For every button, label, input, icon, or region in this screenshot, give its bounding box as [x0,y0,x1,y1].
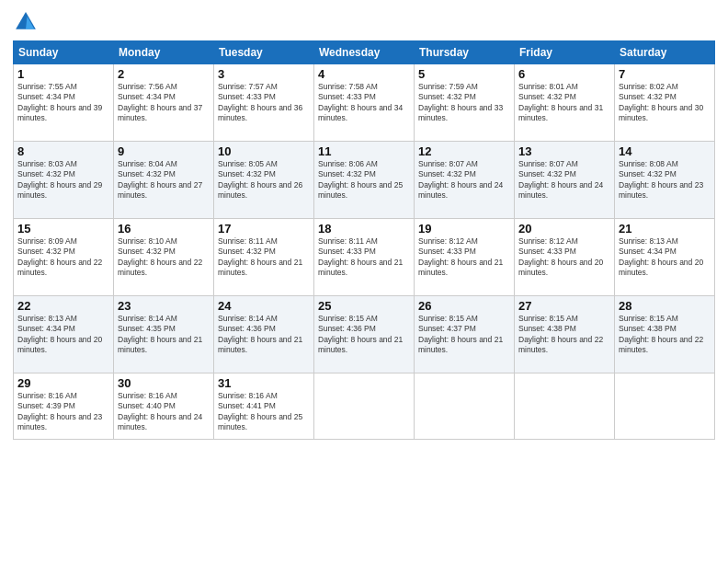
calendar-cell: 17Sunrise: 8:11 AMSunset: 4:32 PMDayligh… [214,219,314,296]
week-row-4: 22Sunrise: 8:13 AMSunset: 4:34 PMDayligh… [14,296,715,373]
day-info: Sunrise: 8:11 AMSunset: 4:33 PMDaylight:… [318,236,410,279]
calendar-cell: 31Sunrise: 8:16 AMSunset: 4:41 PMDayligh… [214,373,314,440]
day-number: 29 [17,376,109,390]
day-number: 8 [17,144,109,158]
day-number: 21 [619,222,711,236]
day-info: Sunrise: 7:59 AMSunset: 4:32 PMDaylight:… [418,82,510,124]
day-number: 31 [218,376,310,390]
calendar-cell: 5Sunrise: 7:59 AMSunset: 4:32 PMDaylight… [415,64,515,142]
day-info: Sunrise: 8:15 AMSunset: 4:38 PMDaylight:… [619,314,711,356]
day-number: 11 [318,144,410,158]
calendar-cell: 2Sunrise: 7:56 AMSunset: 4:34 PMDaylight… [114,64,214,142]
weekday-header-row: SundayMondayTuesdayWednesdayThursdayFrid… [14,41,715,64]
week-row-3: 15Sunrise: 8:09 AMSunset: 4:32 PMDayligh… [14,219,715,296]
day-number: 10 [218,144,310,158]
calendar-cell: 8Sunrise: 8:03 AMSunset: 4:32 PMDaylight… [14,142,114,219]
calendar-cell: 25Sunrise: 8:15 AMSunset: 4:36 PMDayligh… [314,296,415,373]
calendar-cell: 10Sunrise: 8:05 AMSunset: 4:32 PMDayligh… [214,142,314,219]
day-info: Sunrise: 8:12 AMSunset: 4:33 PMDaylight:… [418,236,510,279]
logo [13,9,42,35]
calendar-cell: 7Sunrise: 8:02 AMSunset: 4:32 PMDaylight… [615,64,715,142]
day-info: Sunrise: 8:10 AMSunset: 4:32 PMDaylight:… [118,236,210,279]
calendar-cell [615,373,715,440]
day-number: 22 [17,299,109,313]
calendar-cell: 4Sunrise: 7:58 AMSunset: 4:33 PMDaylight… [314,64,415,142]
weekday-header-saturday: Saturday [615,41,715,64]
day-info: Sunrise: 8:06 AMSunset: 4:32 PMDaylight:… [318,159,410,201]
day-number: 12 [418,144,510,158]
day-info: Sunrise: 8:01 AMSunset: 4:32 PMDaylight:… [518,82,610,124]
day-number: 14 [619,144,711,158]
day-info: Sunrise: 8:16 AMSunset: 4:39 PMDaylight:… [17,391,109,433]
day-info: Sunrise: 7:55 AMSunset: 4:34 PMDaylight:… [17,82,109,124]
day-number: 28 [619,299,711,313]
calendar-cell: 15Sunrise: 8:09 AMSunset: 4:32 PMDayligh… [14,219,114,296]
day-info: Sunrise: 7:57 AMSunset: 4:33 PMDaylight:… [218,82,310,124]
calendar-cell [415,373,515,440]
calendar-cell: 27Sunrise: 8:15 AMSunset: 4:38 PMDayligh… [515,296,615,373]
calendar-cell: 18Sunrise: 8:11 AMSunset: 4:33 PMDayligh… [314,219,415,296]
day-number: 3 [218,67,310,81]
day-info: Sunrise: 8:13 AMSunset: 4:34 PMDaylight:… [619,236,711,279]
day-info: Sunrise: 8:09 AMSunset: 4:32 PMDaylight:… [17,236,109,279]
day-info: Sunrise: 8:03 AMSunset: 4:32 PMDaylight:… [17,159,109,201]
weekday-header-thursday: Thursday [415,41,515,64]
day-info: Sunrise: 8:13 AMSunset: 4:34 PMDaylight:… [17,314,109,356]
calendar-cell [314,373,415,440]
day-number: 19 [418,222,510,236]
calendar-cell: 3Sunrise: 7:57 AMSunset: 4:33 PMDaylight… [214,64,314,142]
calendar-cell: 21Sunrise: 8:13 AMSunset: 4:34 PMDayligh… [615,219,715,296]
day-number: 18 [318,222,410,236]
day-number: 7 [619,67,711,81]
day-number: 20 [518,222,610,236]
calendar-cell: 1Sunrise: 7:55 AMSunset: 4:34 PMDaylight… [14,64,114,142]
calendar-cell: 6Sunrise: 8:01 AMSunset: 4:32 PMDaylight… [515,64,615,142]
day-info: Sunrise: 8:04 AMSunset: 4:32 PMDaylight:… [118,159,210,201]
day-info: Sunrise: 8:12 AMSunset: 4:33 PMDaylight:… [518,236,610,279]
calendar-cell: 14Sunrise: 8:08 AMSunset: 4:32 PMDayligh… [615,142,715,219]
day-number: 4 [318,67,410,81]
calendar-table: SundayMondayTuesdayWednesdayThursdayFrid… [13,40,715,440]
calendar-cell: 20Sunrise: 8:12 AMSunset: 4:33 PMDayligh… [515,219,615,296]
day-info: Sunrise: 8:15 AMSunset: 4:36 PMDaylight:… [318,314,410,356]
weekday-header-wednesday: Wednesday [314,41,415,64]
day-number: 5 [418,67,510,81]
day-info: Sunrise: 8:08 AMSunset: 4:32 PMDaylight:… [619,159,711,201]
day-number: 2 [118,67,210,81]
day-number: 15 [17,222,109,236]
page: SundayMondayTuesdayWednesdayThursdayFrid… [0,0,728,563]
day-info: Sunrise: 8:07 AMSunset: 4:32 PMDaylight:… [418,159,510,201]
calendar-cell: 22Sunrise: 8:13 AMSunset: 4:34 PMDayligh… [14,296,114,373]
day-number: 24 [218,299,310,313]
weekday-header-friday: Friday [515,41,615,64]
day-number: 30 [118,376,210,390]
day-info: Sunrise: 8:02 AMSunset: 4:32 PMDaylight:… [619,82,711,124]
calendar-cell: 13Sunrise: 8:07 AMSunset: 4:32 PMDayligh… [515,142,615,219]
day-info: Sunrise: 8:05 AMSunset: 4:32 PMDaylight:… [218,159,310,201]
day-info: Sunrise: 7:56 AMSunset: 4:34 PMDaylight:… [118,82,210,124]
day-info: Sunrise: 8:14 AMSunset: 4:35 PMDaylight:… [118,314,210,356]
calendar-cell [515,373,615,440]
day-info: Sunrise: 8:16 AMSunset: 4:40 PMDaylight:… [118,391,210,433]
day-number: 25 [318,299,410,313]
logo-icon [13,9,39,35]
week-row-2: 8Sunrise: 8:03 AMSunset: 4:32 PMDaylight… [14,142,715,219]
day-info: Sunrise: 8:07 AMSunset: 4:32 PMDaylight:… [518,159,610,201]
day-info: Sunrise: 8:16 AMSunset: 4:41 PMDaylight:… [218,391,310,433]
header [13,9,715,35]
calendar-cell: 19Sunrise: 8:12 AMSunset: 4:33 PMDayligh… [415,219,515,296]
weekday-header-sunday: Sunday [14,41,114,64]
day-number: 1 [17,67,109,81]
day-info: Sunrise: 8:11 AMSunset: 4:32 PMDaylight:… [218,236,310,279]
calendar-cell: 12Sunrise: 8:07 AMSunset: 4:32 PMDayligh… [415,142,515,219]
calendar-cell: 16Sunrise: 8:10 AMSunset: 4:32 PMDayligh… [114,219,214,296]
calendar-cell: 23Sunrise: 8:14 AMSunset: 4:35 PMDayligh… [114,296,214,373]
day-number: 17 [218,222,310,236]
week-row-5: 29Sunrise: 8:16 AMSunset: 4:39 PMDayligh… [14,373,715,440]
day-info: Sunrise: 8:14 AMSunset: 4:36 PMDaylight:… [218,314,310,356]
weekday-header-tuesday: Tuesday [214,41,314,64]
day-info: Sunrise: 8:15 AMSunset: 4:38 PMDaylight:… [518,314,610,356]
calendar-cell: 24Sunrise: 8:14 AMSunset: 4:36 PMDayligh… [214,296,314,373]
calendar-cell: 11Sunrise: 8:06 AMSunset: 4:32 PMDayligh… [314,142,415,219]
day-info: Sunrise: 8:15 AMSunset: 4:37 PMDaylight:… [418,314,510,356]
